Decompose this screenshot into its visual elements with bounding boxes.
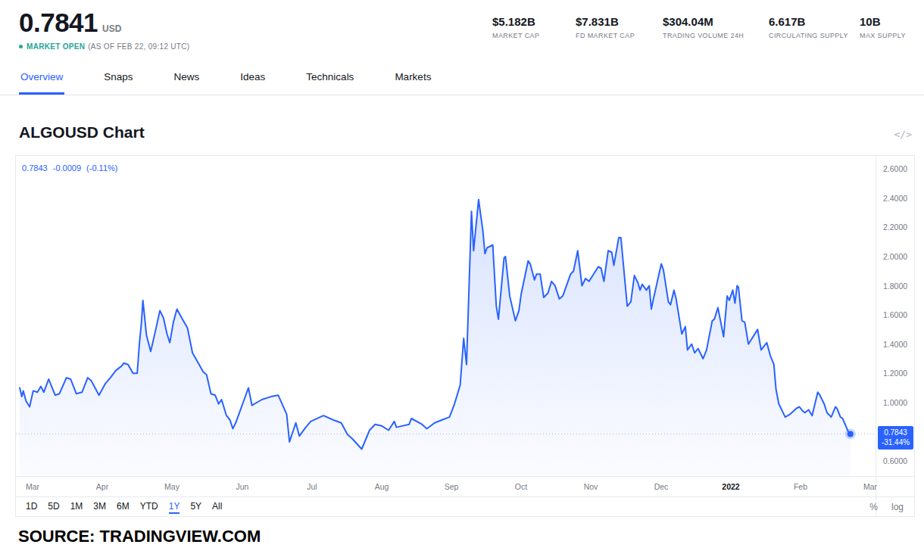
range-button-3m[interactable]: 3M <box>93 501 106 514</box>
stat-fd-market-cap: $7.831B FD MARKET CAP <box>576 15 663 39</box>
market-status: MARKET OPEN(AS OF FEB 22, 09:12 UTC) <box>19 42 189 51</box>
chart-legend: 0.7843 -0.0009 (-0.11%) <box>22 163 120 173</box>
stat-value: 10B <box>860 15 916 28</box>
tab-bar: Overview Snaps News Ideas Technicals Mar… <box>0 65 924 95</box>
market-status-text: MARKET OPEN <box>27 42 85 51</box>
time-axis-label: Sep <box>445 482 459 491</box>
stat-value: 6.617B <box>769 15 860 28</box>
last-price-dot <box>848 431 854 437</box>
time-axis-label: May <box>164 482 179 491</box>
time-axis-label: Jun <box>236 482 249 491</box>
chart-title: ALGOUSD Chart <box>19 123 145 142</box>
legend-change-pct: (-0.11%) <box>86 163 117 173</box>
tab-snaps[interactable]: Snaps <box>102 65 134 95</box>
time-axis-label: Mar <box>863 482 877 491</box>
page: 0.7841 USD MARKET OPEN(AS OF FEB 22, 09:… <box>0 0 924 560</box>
legend-price: 0.7843 <box>22 163 48 173</box>
chart-area-fill <box>20 200 851 476</box>
last-price-badge: 0.7843 -31.44% <box>878 426 913 450</box>
range-button-1d[interactable]: 1D <box>26 501 37 514</box>
range-button-6m[interactable]: 6M <box>117 501 130 514</box>
price-currency: USD <box>102 23 121 34</box>
price-axis-label: 2.6000 <box>883 164 907 173</box>
current-price: 0.7841 <box>19 8 98 38</box>
price-axis-label: 0.6000 <box>883 456 907 465</box>
price-axis-label: 2.4000 <box>883 194 907 203</box>
legend-change: -0.0009 <box>53 163 81 173</box>
tab-news[interactable]: News <box>173 65 201 95</box>
stat-value: $304.04M <box>663 15 769 28</box>
price-axis[interactable]: 0.7843 -31.44% 2.60002.40002.20002.00001… <box>876 156 915 476</box>
range-button-1y[interactable]: 1Y <box>169 501 180 514</box>
price-chart[interactable] <box>16 156 876 476</box>
badge-price: 0.7843 <box>878 428 913 438</box>
date-range-buttons: 1D5D1M3M6MYTD1Y5YAll <box>16 501 222 514</box>
source-caption: SOURCE: TRADINGVIEW.COM <box>18 527 261 546</box>
time-axis-label: Apr <box>96 482 108 491</box>
log-scale-button[interactable]: log <box>891 502 904 512</box>
key-stats: $5.182B MARKET CAP $7.831B FD MARKET CAP… <box>492 15 916 39</box>
range-button-all[interactable]: All <box>212 501 222 514</box>
percent-scale-button[interactable]: % <box>869 502 878 512</box>
range-button-ytd[interactable]: YTD <box>140 501 158 514</box>
chart-toolbar: 1D5D1M3M6MYTD1Y5YAll %log <box>16 496 914 517</box>
stat-label: MAX SUPPLY <box>860 32 916 39</box>
tab-ideas[interactable]: Ideas <box>239 65 267 95</box>
market-status-timestamp: (AS OF FEB 22, 09:12 UTC) <box>88 42 189 51</box>
price-block: 0.7841 USD MARKET OPEN(AS OF FEB 22, 09:… <box>19 8 189 51</box>
stat-market-cap: $5.182B MARKET CAP <box>492 15 576 39</box>
embed-code-icon[interactable]: </> <box>894 129 912 140</box>
stat-label: CIRCULATING SUPPLY <box>769 32 860 39</box>
price-axis-label: 2.0000 <box>883 252 907 261</box>
stat-label: FD MARKET CAP <box>576 32 663 39</box>
chart-widget: 0.7843 -0.0009 (-0.11%) 0.7843 -31.44% 2… <box>15 155 915 517</box>
time-axis-label: Feb <box>794 482 807 491</box>
tab-markets[interactable]: Markets <box>393 65 432 95</box>
price-axis-label: 2.2000 <box>883 222 907 232</box>
market-open-dot-icon <box>19 45 23 48</box>
price-axis-label: 1.2000 <box>883 369 907 378</box>
time-axis-label: 2022 <box>722 482 739 491</box>
badge-change-pct: -31.44% <box>878 438 913 448</box>
stat-value: $7.831B <box>576 15 663 28</box>
stat-max-supply: 10B MAX SUPPLY <box>860 15 916 39</box>
time-axis-label: Oct <box>515 482 527 491</box>
time-axis-label: Nov <box>584 482 598 491</box>
stat-trading-volume: $304.04M TRADING VOLUME 24H <box>663 15 769 39</box>
tab-technicals[interactable]: Technicals <box>304 65 355 95</box>
price-axis-label: 1.4000 <box>883 340 907 349</box>
price-axis-label: 1.6000 <box>883 310 907 319</box>
range-button-5d[interactable]: 5D <box>48 501 59 514</box>
time-axis-label: Dec <box>654 482 669 491</box>
stat-label: TRADING VOLUME 24H <box>663 32 769 39</box>
range-button-5y[interactable]: 5Y <box>190 501 201 514</box>
time-axis-label: Jul <box>307 482 317 491</box>
time-axis[interactable]: MarAprMayJunJulAugSepOctNovDec2022FebMar <box>16 476 914 496</box>
range-button-1m[interactable]: 1M <box>70 501 83 514</box>
price-axis-label: 1.0000 <box>883 398 907 407</box>
tab-overview[interactable]: Overview <box>19 65 64 95</box>
time-axis-label: Aug <box>375 482 389 491</box>
time-axis-label: Mar <box>26 482 39 491</box>
stat-circulating-supply: 6.617B CIRCULATING SUPPLY <box>769 15 860 39</box>
scale-buttons: %log <box>869 502 914 512</box>
stat-value: $5.182B <box>492 15 576 28</box>
stat-label: MARKET CAP <box>492 32 576 39</box>
price-axis-label: 1.8000 <box>883 282 907 291</box>
